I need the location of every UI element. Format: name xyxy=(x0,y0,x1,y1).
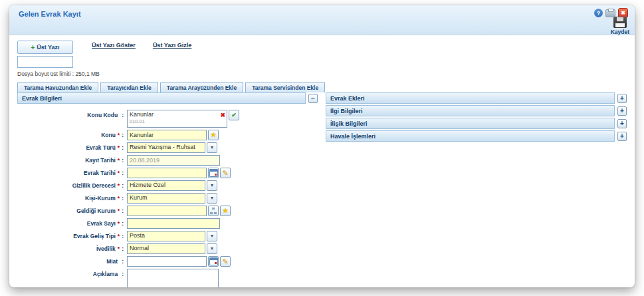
field-label: Evrak Tarihi*: xyxy=(17,168,127,176)
field-row-konu: Konu*: ★ xyxy=(17,130,318,140)
geldigi-kurum-favorite-button[interactable]: ★ xyxy=(220,206,231,216)
label-colon: : xyxy=(122,170,124,176)
field-row-miat: Miat: ✎ xyxy=(17,256,318,267)
geldigi-kurum-input[interactable] xyxy=(127,206,207,216)
kayit-tarihi-input xyxy=(127,155,220,166)
konu-favorite-button[interactable]: ★ xyxy=(208,130,219,140)
required-mark: * xyxy=(118,157,120,164)
label-colon: : xyxy=(122,258,124,265)
collapse-button[interactable]: − xyxy=(308,94,318,103)
ivedilik-select[interactable]: Normal xyxy=(127,243,205,254)
required-mark: * xyxy=(118,233,120,239)
required-mark: * xyxy=(118,182,120,189)
field-label: İvedilik*: xyxy=(17,243,127,252)
panel-havale-islemleri[interactable]: Havale İşlemleri xyxy=(326,130,615,142)
gelis-tipi-select[interactable]: Posta xyxy=(127,231,205,241)
floppy-disk-icon xyxy=(613,17,627,28)
calendar-icon xyxy=(209,257,218,265)
label-text: Kişi-Kurum xyxy=(85,195,116,202)
evrak-bilgileri-header-row: Evrak Bilgileri − xyxy=(17,92,318,104)
tab-tarama-servisinden[interactable]: Tarama Servisinden Ekle xyxy=(245,82,325,92)
expand-button[interactable]: + xyxy=(617,119,627,128)
field-row-konu-kodu: Konu Kodu: Kanunlar 010.01 ✖ ✔ xyxy=(17,110,318,128)
required-mark: * xyxy=(118,132,120,138)
miat-clear-button[interactable]: ✎ xyxy=(220,256,231,267)
konu-kodu-code: 010.01 xyxy=(130,118,217,124)
window-content: + Üst Yazı Üst Yazı Göster Üst Yazı Gizl… xyxy=(9,35,635,287)
label-colon: : xyxy=(122,112,124,118)
ust-yazi-goster-link[interactable]: Üst Yazı Göster xyxy=(92,42,136,49)
miat-calendar-button[interactable] xyxy=(208,256,219,267)
tab-tarayicidan[interactable]: Tarayıcıdan Ekle xyxy=(100,82,158,92)
kisi-kurum-dropdown-button[interactable]: ▾ xyxy=(207,193,217,204)
konu-input[interactable] xyxy=(127,130,207,140)
panel-ilisik-bilgileri[interactable]: İlişik Bilgileri xyxy=(326,118,615,129)
field-label: Evrak Türü*: xyxy=(17,142,127,151)
field-row-evrak-turu: Evrak Türü*: Resmi Yazışma - Ruhsat ▾ xyxy=(17,142,318,153)
evrak-tarihi-calendar-button[interactable] xyxy=(208,168,219,178)
save-button[interactable]: Kaydet xyxy=(611,17,629,35)
label-text: Kayıt Tarihi xyxy=(85,157,116,164)
calendar-icon xyxy=(209,169,218,177)
panel-ilgi-bilgileri[interactable]: İlgi Bilgileri xyxy=(326,105,615,116)
evrak-bilgileri-header[interactable]: Evrak Bilgileri xyxy=(17,92,306,104)
konu-kodu-display[interactable]: Kanunlar 010.01 ✖ xyxy=(127,110,227,128)
miat-input[interactable] xyxy=(127,256,207,267)
label-text: Konu xyxy=(101,132,116,138)
expand-button[interactable]: + xyxy=(617,132,627,141)
evrak-bilgileri-panel: Evrak Bilgileri − Konu Kodu: Kanunlar 01… xyxy=(17,92,318,287)
gizlilik-dropdown-button[interactable]: ▾ xyxy=(207,180,217,191)
tab-tarama-havuzundan[interactable]: Tarama Havuzundan Ekle xyxy=(17,82,98,92)
gelis-tipi-dropdown-button[interactable]: ▾ xyxy=(207,231,217,241)
ust-yazi-add-button[interactable]: + Üst Yazı xyxy=(17,41,73,54)
required-mark: * xyxy=(118,208,120,214)
upload-section: + Üst Yazı Üst Yazı Göster Üst Yazı Gizl… xyxy=(17,41,627,68)
ust-yazi-file-box[interactable] xyxy=(17,56,73,68)
panel-evrak-ekleri[interactable]: Evrak Ekleri xyxy=(326,92,615,104)
help-icon[interactable]: ? xyxy=(594,9,603,17)
label-colon: : xyxy=(122,144,124,151)
field-label: Evrak Geliş Tipi*: xyxy=(17,231,127,239)
ust-yazi-links: Üst Yazı Göster Üst Yazı Gizle xyxy=(92,42,191,49)
field-label: Kişi-Kurum*: xyxy=(17,193,127,202)
label-text: Evrak Tarihi xyxy=(84,170,116,176)
label-text: Konu Kodu xyxy=(87,112,118,118)
label-colon: : xyxy=(122,182,124,189)
kisi-kurum-select[interactable]: Kurum xyxy=(127,193,205,204)
evrak-turu-select[interactable]: Resmi Yazışma - Ruhsat xyxy=(127,142,205,153)
ust-yazi-gizle-link[interactable]: Üst Yazı Gizle xyxy=(153,42,191,49)
aciklama-textarea[interactable] xyxy=(127,269,219,287)
field-row-aciklama: Açıklama: xyxy=(17,269,318,287)
field-row-kisi-kurum: Kişi-Kurum*: Kurum ▾ xyxy=(17,193,318,204)
label-text: Evrak Sayı xyxy=(87,220,116,227)
gelen-evrak-kayit-window: Gelen Evrak Kayıt ? ✖ Kaydet + Üst Yazı … xyxy=(9,5,635,287)
label-colon: : xyxy=(122,157,124,164)
field-label: Miat: xyxy=(17,256,127,265)
label-colon: : xyxy=(122,233,124,239)
label-text: İvedilik xyxy=(96,245,116,252)
required-mark: * xyxy=(118,195,120,202)
evrak-turu-dropdown-button[interactable]: ▾ xyxy=(207,142,217,153)
ivedilik-dropdown-button[interactable]: ▾ xyxy=(207,243,217,254)
page-title: Gelen Evrak Kayıt xyxy=(19,10,81,18)
ust-yazi-label: Üst Yazı xyxy=(37,44,59,51)
accordion-row-ilisik-bilgileri: İlişik Bilgileri + xyxy=(326,118,627,129)
konu-kodu-select-button[interactable]: ✔ xyxy=(229,110,239,120)
label-text: Açıklama xyxy=(93,271,118,277)
expand-button[interactable]: + xyxy=(617,106,627,116)
save-button-label: Kaydet xyxy=(611,29,629,35)
print-icon[interactable] xyxy=(605,9,615,17)
konu-kodu-value: Kanunlar xyxy=(130,111,217,118)
evrak-tarihi-clear-button[interactable]: ✎ xyxy=(220,168,231,178)
evrak-sayi-input[interactable] xyxy=(127,218,220,229)
evrak-tarihi-input[interactable] xyxy=(127,168,207,178)
field-row-gizlilik: Gizlilik Derecesi*: Hizmete Özel ▾ xyxy=(17,180,318,191)
field-label: Evrak Sayı*: xyxy=(17,218,127,227)
expand-button[interactable]: + xyxy=(617,94,627,103)
clear-icon[interactable]: ✖ xyxy=(220,112,225,118)
gizlilik-select[interactable]: Hizmete Özel xyxy=(127,180,205,191)
field-row-kayit-tarihi: Kayıt Tarihi*: xyxy=(17,155,318,166)
geldigi-kurum-org-button[interactable] xyxy=(208,206,219,216)
required-mark: * xyxy=(118,245,120,252)
tab-tarama-arayuzunden[interactable]: Tarama Arayüzünden Ekle xyxy=(160,82,243,92)
